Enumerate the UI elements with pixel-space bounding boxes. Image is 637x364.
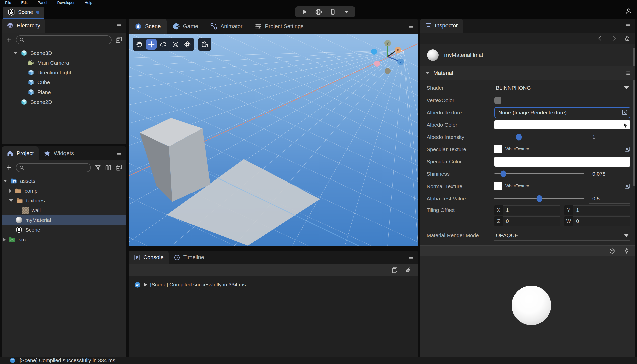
- history-back-icon[interactable]: [597, 35, 603, 41]
- albedo-intensity-value[interactable]: 1: [589, 132, 630, 142]
- tree-item-comp[interactable]: comp: [2, 186, 126, 196]
- preview-mesh-icon[interactable]: [609, 248, 615, 254]
- tab-inspector[interactable]: Inspector: [420, 19, 463, 33]
- tree-item-textures[interactable]: textures: [2, 196, 126, 205]
- gizmo-neg-z-ball[interactable]: [374, 61, 380, 67]
- collapse-all-icon[interactable]: [115, 164, 122, 171]
- albedo-color-swatch[interactable]: [494, 120, 630, 129]
- add-asset-button[interactable]: [6, 164, 12, 171]
- tab-timeline[interactable]: Timeline: [169, 251, 209, 264]
- preview-light-icon[interactable]: [623, 248, 630, 254]
- slider-thumb[interactable]: [516, 134, 522, 140]
- shader-dropdown[interactable]: BLINNPHONG: [494, 83, 630, 93]
- material-section-menu-icon[interactable]: [625, 70, 631, 76]
- add-entity-button[interactable]: [6, 37, 12, 43]
- tab-widgets[interactable]: Widgets: [39, 146, 79, 160]
- scene-viewport[interactable]: Y X Z: [129, 34, 418, 246]
- shininess-value[interactable]: 0.078: [589, 169, 630, 179]
- tab-game-view[interactable]: Game: [167, 19, 204, 34]
- hierarchy-search-input[interactable]: [26, 37, 108, 43]
- mobile-preview-button[interactable]: [330, 9, 336, 15]
- section-caret-icon[interactable]: [426, 72, 430, 74]
- specular-color-swatch[interactable]: [494, 157, 630, 167]
- orientation-gizmo[interactable]: Y X Z: [369, 38, 410, 76]
- layout-columns-icon[interactable]: [105, 164, 112, 171]
- material-preview-area[interactable]: [420, 256, 635, 357]
- vertex-color-checkbox[interactable]: [494, 97, 501, 104]
- alpha-test-value[interactable]: 0.5: [589, 194, 630, 204]
- tree-item-direction-light[interactable]: Direction Light: [2, 68, 126, 77]
- gizmo-toggle-tool[interactable]: [182, 39, 193, 50]
- pick-asset-icon[interactable]: [622, 109, 628, 116]
- shininess-slider[interactable]: [494, 173, 584, 174]
- menu-panel[interactable]: Panel: [38, 0, 47, 5]
- tree-item-scene3d[interactable]: Scene3D: [2, 48, 126, 58]
- tree-item-wall[interactable]: wall: [2, 205, 126, 215]
- copy-log-icon[interactable]: [391, 267, 398, 274]
- clear-console-icon[interactable]: [405, 266, 412, 274]
- user-icon[interactable]: [625, 8, 632, 15]
- pick-asset-icon[interactable]: [624, 146, 630, 152]
- project-search-input[interactable]: [26, 165, 87, 171]
- gizmo-neg-y-ball[interactable]: [385, 68, 391, 74]
- tab-scene-view[interactable]: Scene: [129, 19, 167, 34]
- normal-texture-field[interactable]: WhiteTexture: [494, 180, 630, 192]
- slider-thumb[interactable]: [500, 170, 506, 177]
- menu-help[interactable]: Help: [85, 0, 92, 5]
- tiling-z-input[interactable]: [503, 216, 560, 226]
- web-preview-button[interactable]: [315, 9, 322, 15]
- play-button[interactable]: [301, 9, 308, 15]
- run-options-caret[interactable]: [344, 9, 349, 15]
- caret-down-icon[interactable]: [3, 180, 7, 182]
- history-forward-icon[interactable]: [611, 35, 617, 41]
- console-menu-icon[interactable]: [408, 254, 414, 261]
- caret-right-icon[interactable]: [9, 189, 12, 193]
- caret-right-icon[interactable]: [3, 238, 6, 242]
- caret-down-icon[interactable]: [9, 199, 13, 202]
- orbit-rotate-tool[interactable]: [158, 39, 169, 50]
- slider-thumb[interactable]: [537, 195, 542, 202]
- tree-item-src[interactable]: src: [2, 235, 126, 244]
- albedo-intensity-slider[interactable]: [494, 137, 584, 137]
- tab-animator[interactable]: Animator: [204, 19, 248, 34]
- tree-item-plane[interactable]: Plane: [2, 87, 126, 97]
- menu-edit[interactable]: Edit: [21, 0, 28, 5]
- tiling-x-input[interactable]: [503, 205, 560, 215]
- tree-item-scene2d[interactable]: Scene2D: [2, 97, 126, 107]
- inspector-menu-icon[interactable]: [625, 22, 631, 29]
- tiling-w-input[interactable]: [573, 216, 630, 226]
- log-entry[interactable]: [Scene] Compiled successfully in 334 ms: [129, 279, 418, 290]
- pan-hand-tool[interactable]: [134, 39, 145, 50]
- project-menu-icon[interactable]: [116, 150, 122, 157]
- move-tool[interactable]: [146, 39, 157, 50]
- gizmo-neg-x-ball[interactable]: [371, 49, 377, 55]
- tab-console[interactable]: Console: [129, 251, 169, 264]
- tree-item-assets[interactable]: assets: [2, 176, 126, 186]
- frame-focus-tool[interactable]: [170, 39, 181, 50]
- pick-asset-icon[interactable]: [624, 183, 630, 189]
- tab-project-settings[interactable]: Project Settings: [248, 19, 309, 34]
- cube-object[interactable]: [140, 118, 210, 202]
- tree-item-scene-asset[interactable]: Scene: [2, 225, 126, 235]
- tree-item-cube[interactable]: Cube: [2, 77, 126, 87]
- filter-icon[interactable]: [95, 164, 101, 171]
- caret-down-icon[interactable]: [14, 52, 18, 54]
- specular-texture-field[interactable]: WhiteTexture: [494, 144, 630, 155]
- albedo-texture-field[interactable]: None (Image,RenderTexture): [494, 107, 630, 118]
- window-tab-scene[interactable]: Scene: [3, 7, 44, 19]
- tree-item-mymaterial[interactable]: myMaterial: [2, 215, 126, 225]
- lock-icon[interactable]: [624, 35, 630, 41]
- tab-project[interactable]: Project: [2, 146, 39, 160]
- collapse-all-icon[interactable]: [115, 36, 122, 43]
- camera-view-tool[interactable]: [199, 39, 210, 50]
- log-expand-caret[interactable]: [144, 283, 147, 287]
- scene-view-menu-icon[interactable]: [408, 23, 414, 30]
- hierarchy-menu-icon[interactable]: [116, 22, 122, 29]
- menu-developer[interactable]: Developer: [57, 0, 74, 5]
- tiling-y-input[interactable]: [573, 205, 630, 215]
- render-mode-dropdown[interactable]: OPAQUE: [494, 230, 630, 241]
- material-section-header[interactable]: Material: [420, 66, 635, 80]
- tab-hierarchy[interactable]: Hierarchy: [2, 19, 45, 33]
- tree-item-main-camera[interactable]: Main Camera: [2, 58, 126, 68]
- menu-file[interactable]: File: [5, 0, 11, 5]
